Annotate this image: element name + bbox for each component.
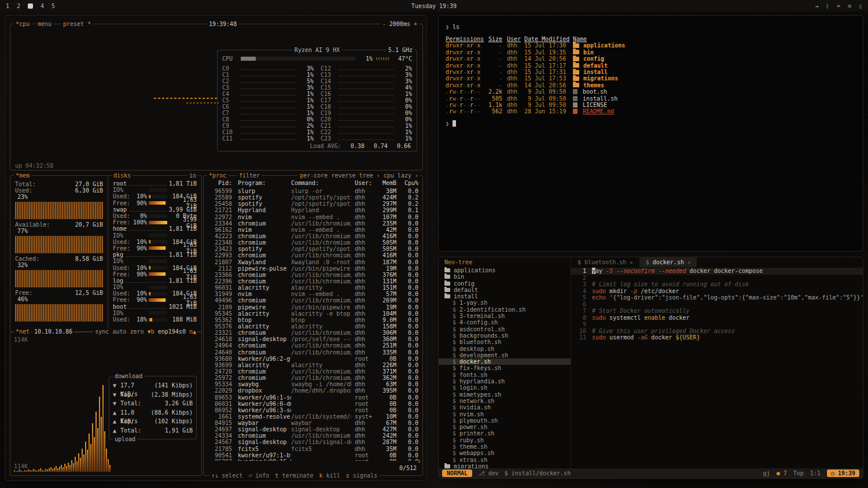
code-line[interactable]: 10# Give this user privileged Docker acc… xyxy=(571,328,863,335)
process-row[interactable]: 22396chromium/usr/lib/chromium/dhh131M0.… xyxy=(209,278,417,284)
neotree-file-webapps.sh[interactable]: $webapps.sh xyxy=(439,450,571,456)
proc-kill-button[interactable]: k kill xyxy=(319,472,340,479)
neotree-folder-migrations[interactable]: migrations xyxy=(439,463,571,468)
proc-signals-button[interactable]: s signals xyxy=(346,472,377,479)
neotree-file-asdcontrol.sh[interactable]: $asdcontrol.sh xyxy=(439,326,571,332)
proc-option-reverse[interactable]: reverse xyxy=(331,172,355,179)
workspace-5[interactable]: 5 xyxy=(52,3,55,9)
logout-icon[interactable]: ⇥ xyxy=(815,3,818,9)
process-row[interactable]: 24567signal-desktop/usr/lib/signal-dedhh… xyxy=(209,439,417,445)
process-row[interactable]: 23321chromium/usr/lib/chromium/dhh306M0.… xyxy=(209,330,417,336)
process-row[interactable]: 24964chromium/usr/lib/chromium/dhh251M0.… xyxy=(209,342,417,349)
code-buffer[interactable]: 1yay -S --noconfirm --needed docker dock… xyxy=(571,267,863,468)
neotree-file-plymouth.sh[interactable]: $plymouth.sh xyxy=(439,417,571,424)
tab-close-icon[interactable]: × xyxy=(630,260,632,265)
workspace-1[interactable]: 1 xyxy=(6,3,9,9)
code-line[interactable]: 9 xyxy=(571,321,863,328)
process-row[interactable]: 23344chromium/usr/lib/chromium/dhh235M0.… xyxy=(209,220,417,227)
process-row[interactable]: 24618signal-desktop/proc/self/exe --tdhh… xyxy=(209,336,417,342)
process-row[interactable]: 86031kworker/u96:0-dmroot0B0.0 xyxy=(209,401,417,407)
neotree-folder-config[interactable]: config xyxy=(439,280,571,287)
process-row[interactable]: 95362btopbtopdhh9.0M0.0 xyxy=(209,317,417,323)
proc-option-tree[interactable]: tree xyxy=(359,172,373,179)
process-row[interactable]: 1661systemd-resolve/usr/lib/systemd/ssys… xyxy=(209,413,417,420)
process-row[interactable]: 24640chromium/usr/lib/chromium/dhh335M0.… xyxy=(209,349,417,356)
neotree-file-backgrounds.sh[interactable]: $backgrounds.sh xyxy=(439,332,571,339)
proc-sort-field[interactable]: cpu lazy xyxy=(380,172,415,179)
process-row[interactable]: 23423spotify/opt/spotify/spotidhh505M0.0 xyxy=(209,246,417,252)
process-row[interactable]: 42223chromium/usr/lib/chromium .dhh416M0… xyxy=(209,233,417,239)
neotree-file-docker.sh[interactable]: $docker.sh xyxy=(439,358,571,365)
neotree-file-4-config.sh[interactable]: $4-config.sh xyxy=(439,319,571,326)
process-row[interactable]: 21721HyprlandHyprlanddhh299M0.1 xyxy=(209,207,417,213)
process-row[interactable]: 95376alacrittyalacrittydhh158M0.0 xyxy=(209,323,417,330)
process-row[interactable]: 31949nvimnvim --embed .dhh57M0.0 xyxy=(209,291,417,297)
process-row[interactable]: 86952kworker/u96:3-sdroot0B0.0 xyxy=(209,407,417,413)
process-row[interactable]: 25589spotify/opt/spotify/spotidhh424M0.2 xyxy=(209,194,417,201)
neotree-file-bluetooth.sh[interactable]: $bluetooth.sh xyxy=(439,339,571,345)
neotree-file-fix-fkeys.sh[interactable]: $fix-fkeys.sh xyxy=(439,365,571,371)
keyboard-icon[interactable]: ⌨ xyxy=(837,3,840,9)
proc-terminate-button[interactable]: t terminate xyxy=(275,472,313,479)
neotree-file-nvim.sh[interactable]: $nvim.sh xyxy=(439,411,571,417)
process-row[interactable]: 21785fcitx5fcitx5dhh35M0.0 xyxy=(209,446,417,452)
neotree-file-mimetypes.sh[interactable]: $mimetypes.sh xyxy=(439,391,571,398)
process-row[interactable]: 23366chromium/usr/lib/chromium/dhh376M0.… xyxy=(209,272,417,278)
neotree-file-desktop.sh[interactable]: $desktop.sh xyxy=(439,346,571,352)
code-line[interactable]: 3# Limit log size to avoid running out o… xyxy=(571,281,863,288)
process-row[interactable]: 25972chromium/usr/lib/chromium/dhh362M0.… xyxy=(209,375,417,381)
neotree-file-development.sh[interactable]: $development.sh xyxy=(439,352,571,358)
workspace-4[interactable]: 4 xyxy=(41,3,44,9)
process-row[interactable]: 95345alacrittyalacritty -e btopdhh104M0.… xyxy=(209,310,417,317)
neotree-file-3-terminal.sh[interactable]: $3-terminal.sh xyxy=(439,313,571,319)
interval-plus-button[interactable]: + xyxy=(414,21,417,27)
process-row[interactable]: 2109pipewire/usr/bin/pipewiredhh19M0.0 xyxy=(209,304,417,310)
proc-col-User[interactable]: User: xyxy=(351,180,374,187)
net-sync-toggle[interactable]: sync xyxy=(95,328,109,335)
code-line[interactable]: 11sudo usermod -aG docker ${USER} xyxy=(571,334,863,341)
proc-col-Cpu%[interactable]: Cpu% xyxy=(396,180,418,187)
net-zero-toggle[interactable]: zero xyxy=(130,328,144,335)
process-row[interactable]: 24334chromium/usr/lib/chromiumdhh242M0.0 xyxy=(209,432,417,439)
proc-option-per-core[interactable]: per-core xyxy=(300,172,328,179)
tab-bluetooth.sh[interactable]: $bluetooth.sh× xyxy=(571,257,639,267)
process-row[interactable]: 89653kworker/u96:1-sdroot0B0.0 xyxy=(209,394,417,401)
proc-col-MemB[interactable]: MemB xyxy=(374,180,396,187)
process-row[interactable]: 25458spotify/opt/spotify/spotidhh297M0.2 xyxy=(209,201,417,207)
code-line[interactable]: 5echo '{"log-driver":"json-file","log-op… xyxy=(571,294,863,301)
neotree-file-login.sh[interactable]: $login.sh xyxy=(439,385,571,391)
neotree-file-2-identification.sh[interactable]: $2-identification.sh xyxy=(439,306,571,313)
bluetooth-icon[interactable]: ᛒ xyxy=(826,3,829,9)
process-row[interactable]: 22348chromium/usr/lib/chromium .dhh505M0… xyxy=(209,239,417,246)
net-auto-toggle[interactable]: auto xyxy=(112,328,126,335)
code-line[interactable]: 2 xyxy=(571,275,863,282)
proc-info-button[interactable]: ⏎ info xyxy=(248,472,269,479)
btop-preset-button[interactable]: preset * xyxy=(61,21,93,27)
code-line[interactable]: 7# Start Docker automatically xyxy=(571,308,863,315)
process-row[interactable]: 24720chromium/usr/lib/chromium/dhh371M0.… xyxy=(209,368,417,375)
neotree-file-nvidia.sh[interactable]: $nvidia.sh xyxy=(439,404,571,411)
neotree-file-1-yay.sh[interactable]: $1-yay.sh xyxy=(439,300,571,306)
neotree-file-fonts.sh[interactable]: $fonts.sh xyxy=(439,372,571,378)
iface-prev-key[interactable]: b xyxy=(151,328,155,335)
tab-docker.sh[interactable]: $docker.sh× xyxy=(639,257,697,267)
process-row[interactable]: 22993chromium/usr/lib/chromium/dhh416M0.… xyxy=(209,252,417,258)
btop-menu-button[interactable]: menu xyxy=(36,21,53,27)
process-row[interactable]: 95334swaybgswaybg -i /home/dhdhh63M0.0 xyxy=(209,381,417,387)
neovim-window[interactable]: Neo-tree applicationsbinconfigdefaultins… xyxy=(438,257,863,479)
neotree-file-hyprlandia.sh[interactable]: $hyprlandia.sh xyxy=(439,378,571,385)
process-row[interactable]: 93680kworker/u96:2-gfroot0B0.0 xyxy=(209,356,417,362)
process-row[interactable]: 93699alacrittyalacrittydhh226M0.0 xyxy=(209,362,417,368)
process-row[interactable]: 22972nvimnvim --embed .dhh107M0.0 xyxy=(209,214,417,220)
workspace-active[interactable] xyxy=(28,3,33,9)
neotree-folder-applications[interactable]: applications xyxy=(439,267,571,273)
scroll-down-icon[interactable]: ↓ xyxy=(417,457,421,464)
process-row[interactable]: 96031alacrittyalacrittydhh151M0.0 xyxy=(209,284,417,291)
wifi-icon[interactable]: ≋ xyxy=(848,3,851,9)
code-line[interactable]: 4sudo mkdir -p /etc/docker xyxy=(571,288,863,295)
neotree-folder-default[interactable]: default xyxy=(439,287,571,293)
process-row[interactable]: 22029dropbox/home/dhh/.dropboxdhh395M0.0 xyxy=(209,387,417,394)
neotree-file-theme.sh[interactable]: $theme.sh xyxy=(439,443,571,450)
code-line[interactable]: 1yay -S --noconfirm --needed docker dock… xyxy=(571,268,863,275)
code-line[interactable]: 6 xyxy=(571,301,863,308)
